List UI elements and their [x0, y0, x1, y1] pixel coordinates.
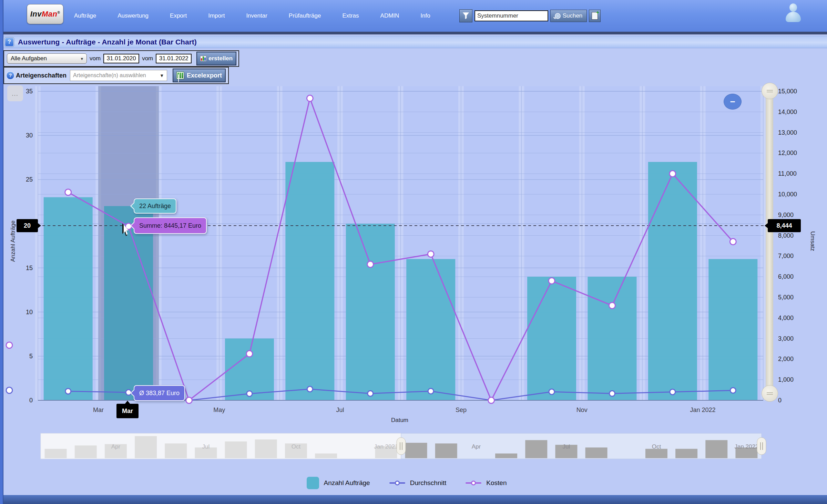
point-kosten-oct-2021[interactable]	[549, 278, 555, 284]
point-kosten-dec-2021[interactable]	[670, 171, 676, 177]
task-type-select[interactable]: Alle Aufgaben ▾	[7, 53, 87, 64]
page-titlebar: ? Auswertung - Aufträge - Anzahl je Mona…	[0, 36, 827, 48]
y-tick-right: 1,000	[778, 376, 794, 383]
magnifier-icon	[555, 13, 561, 19]
help-icon[interactable]: ?	[5, 38, 14, 47]
y-tick-right: 5,000	[778, 294, 794, 301]
y-tick-left: 5	[29, 353, 33, 360]
legend-item[interactable]: Durchschnitt	[389, 479, 447, 487]
date-to-label: vom	[142, 55, 153, 62]
point-durchschnitt-jan-2022[interactable]	[730, 388, 736, 393]
search-button[interactable]: Suchen	[550, 10, 587, 22]
point-kosten-sep-2021[interactable]	[488, 397, 494, 403]
legend-item[interactable]: Kosten	[466, 479, 507, 487]
bar-jul-2021[interactable]	[346, 224, 395, 400]
filter-button[interactable]	[459, 9, 472, 22]
y-tick-left: 15	[26, 265, 33, 271]
navigator-bar	[75, 445, 97, 458]
legend-label: Anzahl Aufträge	[324, 479, 370, 487]
y-tick-right: 0	[778, 397, 782, 404]
bar-dec-2021[interactable]	[648, 162, 697, 400]
systemnumber-input[interactable]	[474, 10, 548, 21]
nav-item-export[interactable]: Export	[170, 12, 187, 19]
y-tick-right: 6,000	[778, 273, 794, 280]
value-axis-zoom-track[interactable]	[766, 87, 773, 401]
bar-nov-2021[interactable]	[588, 277, 636, 400]
chart-options-button[interactable]: …	[7, 85, 23, 101]
point-kosten-aug-2021[interactable]	[428, 251, 434, 257]
navigator-bar	[435, 443, 457, 458]
create-chart-label: erstellen	[208, 55, 233, 62]
nav-item-inventar[interactable]: Inventar	[246, 12, 267, 19]
navigator-bar	[525, 440, 547, 458]
navigator-grip-right[interactable]	[757, 438, 766, 455]
avatar-head	[789, 3, 797, 12]
navigator-bar	[315, 453, 337, 458]
navigator-bar	[45, 449, 67, 458]
axis-tooltip-left: 20	[17, 219, 38, 232]
create-chart-button[interactable]: erstellen	[196, 52, 236, 65]
point-durchschnitt-jun-2021[interactable]	[307, 387, 313, 392]
left-axis-grip-kosten[interactable]	[6, 342, 12, 348]
date-from-input[interactable]	[103, 54, 139, 63]
invman-logo[interactable]: InvMan®	[27, 4, 63, 24]
y-tick-right: 9,000	[778, 212, 794, 218]
point-kosten-nov-2021[interactable]	[609, 302, 615, 309]
navigator-bar	[165, 443, 187, 458]
y-tick-right: 15,000	[778, 88, 797, 95]
y-tick-right: 4,000	[778, 315, 794, 321]
bar-aug-2021[interactable]	[406, 259, 455, 400]
tooltip-sum: Summe: 8445,17 Euro	[134, 217, 207, 234]
point-kosten-may-2021[interactable]	[246, 351, 253, 357]
navigator-bar	[675, 449, 697, 458]
chart-legend: Anzahl AufträgeDurchschnittKosten	[0, 477, 813, 489]
point-durchschnitt-oct-2021[interactable]	[549, 389, 554, 394]
navigator-label: Apr	[111, 443, 121, 450]
search-button-label: Suchen	[563, 12, 583, 19]
nav-item-import[interactable]: Import	[208, 12, 225, 19]
nav-item-admin[interactable]: ADMIN	[380, 12, 399, 19]
navigator-bar	[405, 443, 427, 458]
x-tick: Jan 2022	[690, 407, 716, 413]
tooltip-average: Ø 383,87 Euro	[134, 385, 185, 401]
point-kosten-apr-2021[interactable]	[186, 397, 192, 403]
left-axis-grip-durchschnitt[interactable]	[6, 387, 12, 393]
y-tick-right: 13,000	[778, 129, 797, 136]
value-axis-grip-bottom[interactable]	[762, 385, 778, 402]
point-durchschnitt-jul-2021[interactable]	[368, 391, 373, 396]
nav-item-prfauftrge[interactable]: Prüfaufträge	[289, 12, 321, 19]
nav-item-info[interactable]: Info	[420, 12, 430, 19]
zoom-out-button[interactable]: −	[724, 94, 742, 110]
point-durchschnitt-aug-2021[interactable]	[428, 388, 433, 394]
bar-oct-2021[interactable]	[527, 277, 576, 400]
export-shortcut-button[interactable]	[589, 10, 601, 22]
properties-help-icon[interactable]: ?	[6, 71, 14, 80]
excel-icon	[176, 72, 184, 79]
point-kosten-jul-2021[interactable]	[367, 261, 374, 267]
point-durchschnitt-dec-2021[interactable]	[670, 389, 675, 395]
user-avatar[interactable]	[784, 2, 803, 22]
bar-jun-2021[interactable]	[285, 162, 334, 400]
point-durchschnitt-may-2021[interactable]	[247, 391, 252, 397]
excel-export-button[interactable]: Excelexport	[173, 69, 226, 82]
properties-select[interactable]: Arteigenschafte(n) auswählen ▼	[70, 70, 167, 81]
x-axis-title: Datum	[365, 417, 434, 424]
bar-feb-2021[interactable]	[44, 197, 93, 400]
point-kosten-feb-2021[interactable]	[65, 189, 71, 195]
point-durchschnitt-feb-2021[interactable]	[65, 389, 71, 394]
date-to-input[interactable]	[156, 54, 192, 63]
nav-item-auftrge[interactable]: Aufträge	[74, 12, 96, 19]
navigator-bar	[705, 440, 727, 458]
nav-item-extras[interactable]: Extras	[342, 12, 359, 19]
task-type-value: Alle Aufgaben	[11, 55, 47, 62]
navigator-bar	[585, 448, 608, 458]
legend-item[interactable]: Anzahl Aufträge	[307, 477, 370, 489]
point-kosten-jan-2022[interactable]	[730, 239, 736, 245]
point-kosten-jun-2021[interactable]	[307, 95, 313, 101]
nav-item-auswertung[interactable]: Auswertung	[118, 12, 149, 19]
bar-jan-2022[interactable]	[708, 259, 757, 400]
y-tick-left: 35	[26, 88, 33, 95]
value-axis-grip-top[interactable]	[762, 83, 778, 99]
point-durchschnitt-nov-2021[interactable]	[609, 391, 615, 396]
navigator-grip-left[interactable]	[397, 438, 406, 455]
